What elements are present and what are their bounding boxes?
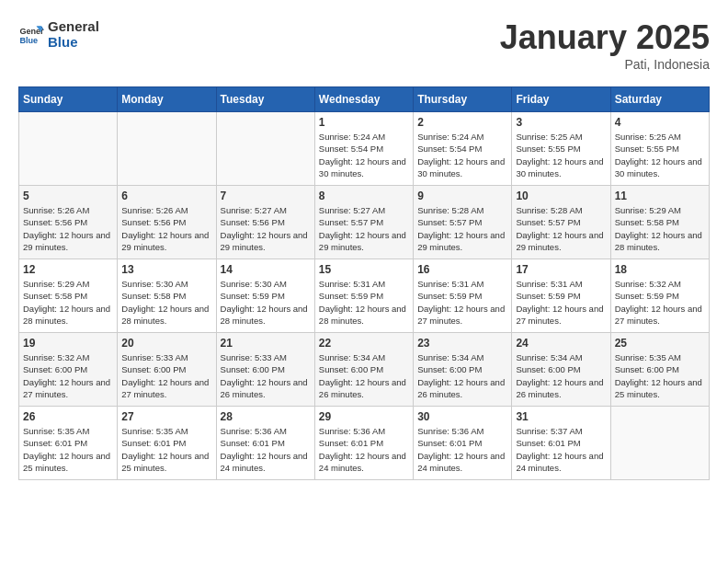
title-area: January 2025 Pati, Indonesia — [500, 18, 710, 72]
day-info: Sunrise: 5:32 AM Sunset: 6:00 PM Dayligh… — [23, 351, 113, 400]
day-info: Sunrise: 5:25 AM Sunset: 5:55 PM Dayligh… — [516, 131, 606, 179]
calendar-cell: 28Sunrise: 5:36 AM Sunset: 6:01 PM Dayli… — [216, 407, 314, 480]
calendar-cell: 5Sunrise: 5:26 AM Sunset: 5:56 PM Daylig… — [19, 186, 118, 259]
calendar-cell: 8Sunrise: 5:27 AM Sunset: 5:57 PM Daylig… — [314, 186, 413, 259]
day-info: Sunrise: 5:29 AM Sunset: 5:58 PM Dayligh… — [615, 204, 705, 253]
calendar-cell: 1Sunrise: 5:24 AM Sunset: 5:54 PM Daylig… — [314, 112, 413, 186]
calendar-cell: 20Sunrise: 5:33 AM Sunset: 6:00 PM Dayli… — [118, 333, 216, 407]
day-number: 20 — [121, 337, 211, 350]
day-number: 3 — [516, 116, 606, 129]
day-number: 13 — [121, 263, 211, 276]
day-number: 17 — [516, 263, 606, 276]
day-number: 16 — [417, 263, 507, 276]
day-info: Sunrise: 5:35 AM Sunset: 6:00 PM Dayligh… — [615, 351, 705, 400]
calendar-cell: 16Sunrise: 5:31 AM Sunset: 5:59 PM Dayli… — [414, 259, 512, 333]
day-info: Sunrise: 5:35 AM Sunset: 6:01 PM Dayligh… — [121, 425, 211, 474]
calendar-week-row: 12Sunrise: 5:29 AM Sunset: 5:58 PM Dayli… — [19, 259, 710, 333]
day-number: 6 — [121, 190, 211, 202]
calendar-cell: 11Sunrise: 5:29 AM Sunset: 5:58 PM Dayli… — [610, 186, 709, 259]
calendar-week-row: 19Sunrise: 5:32 AM Sunset: 6:00 PM Dayli… — [19, 333, 710, 407]
weekday-header-tuesday: Tuesday — [216, 87, 314, 112]
calendar-cell — [19, 112, 118, 186]
calendar-cell: 21Sunrise: 5:33 AM Sunset: 6:00 PM Dayli… — [216, 333, 314, 407]
calendar-cell: 30Sunrise: 5:36 AM Sunset: 6:01 PM Dayli… — [414, 407, 512, 480]
day-info: Sunrise: 5:31 AM Sunset: 5:59 PM Dayligh… — [319, 278, 409, 327]
calendar-table: SundayMondayTuesdayWednesdayThursdayFrid… — [18, 86, 710, 480]
day-number: 14 — [221, 263, 311, 276]
calendar-cell: 24Sunrise: 5:34 AM Sunset: 6:00 PM Dayli… — [512, 333, 610, 407]
weekday-header-saturday: Saturday — [610, 87, 709, 112]
calendar-cell — [118, 112, 216, 186]
day-number: 24 — [516, 337, 606, 350]
day-info: Sunrise: 5:36 AM Sunset: 6:01 PM Dayligh… — [417, 425, 507, 474]
calendar-cell: 17Sunrise: 5:31 AM Sunset: 5:59 PM Dayli… — [512, 259, 610, 333]
day-number: 1 — [319, 116, 409, 129]
day-number: 5 — [23, 190, 113, 202]
calendar-cell: 2Sunrise: 5:24 AM Sunset: 5:54 PM Daylig… — [414, 112, 512, 186]
day-info: Sunrise: 5:34 AM Sunset: 6:00 PM Dayligh… — [319, 351, 409, 400]
logo-icon: General Blue — [18, 21, 44, 47]
day-info: Sunrise: 5:28 AM Sunset: 5:57 PM Dayligh… — [417, 204, 507, 253]
day-info: Sunrise: 5:33 AM Sunset: 6:00 PM Dayligh… — [121, 351, 211, 400]
day-number: 15 — [319, 263, 409, 276]
calendar-cell — [610, 407, 709, 480]
calendar-week-row: 26Sunrise: 5:35 AM Sunset: 6:01 PM Dayli… — [19, 407, 710, 480]
calendar-cell: 4Sunrise: 5:25 AM Sunset: 5:55 PM Daylig… — [610, 112, 709, 186]
logo-general: General — [48, 18, 99, 34]
calendar-cell: 29Sunrise: 5:36 AM Sunset: 6:01 PM Dayli… — [314, 407, 413, 480]
day-info: Sunrise: 5:26 AM Sunset: 5:56 PM Dayligh… — [23, 204, 113, 253]
day-info: Sunrise: 5:30 AM Sunset: 5:59 PM Dayligh… — [221, 278, 311, 327]
day-number: 21 — [221, 337, 311, 350]
calendar-cell: 10Sunrise: 5:28 AM Sunset: 5:57 PM Dayli… — [512, 186, 610, 259]
page-header: General Blue General Blue January 2025 P… — [18, 18, 710, 72]
day-number: 7 — [221, 190, 311, 202]
day-info: Sunrise: 5:36 AM Sunset: 6:01 PM Dayligh… — [319, 425, 409, 474]
day-number: 2 — [417, 116, 507, 129]
calendar-cell: 25Sunrise: 5:35 AM Sunset: 6:00 PM Dayli… — [610, 333, 709, 407]
calendar-cell: 22Sunrise: 5:34 AM Sunset: 6:00 PM Dayli… — [314, 333, 413, 407]
day-number: 31 — [516, 410, 606, 423]
day-number: 4 — [615, 116, 705, 129]
month-title: January 2025 — [500, 18, 710, 57]
day-info: Sunrise: 5:36 AM Sunset: 6:01 PM Dayligh… — [221, 425, 311, 474]
calendar-cell: 26Sunrise: 5:35 AM Sunset: 6:01 PM Dayli… — [19, 407, 118, 480]
day-info: Sunrise: 5:24 AM Sunset: 5:54 PM Dayligh… — [417, 131, 507, 179]
day-info: Sunrise: 5:33 AM Sunset: 6:00 PM Dayligh… — [221, 351, 311, 400]
calendar-cell: 31Sunrise: 5:37 AM Sunset: 6:01 PM Dayli… — [512, 407, 610, 480]
calendar-week-row: 1Sunrise: 5:24 AM Sunset: 5:54 PM Daylig… — [19, 112, 710, 186]
day-info: Sunrise: 5:25 AM Sunset: 5:55 PM Dayligh… — [615, 131, 705, 179]
calendar-cell: 6Sunrise: 5:26 AM Sunset: 5:56 PM Daylig… — [118, 186, 216, 259]
day-number: 30 — [417, 410, 507, 423]
day-number: 11 — [615, 190, 705, 202]
weekday-header-thursday: Thursday — [414, 87, 512, 112]
day-info: Sunrise: 5:35 AM Sunset: 6:01 PM Dayligh… — [23, 425, 113, 474]
location: Pati, Indonesia — [500, 57, 710, 72]
calendar-week-row: 5Sunrise: 5:26 AM Sunset: 5:56 PM Daylig… — [19, 186, 710, 259]
day-number: 22 — [319, 337, 409, 350]
day-info: Sunrise: 5:31 AM Sunset: 5:59 PM Dayligh… — [516, 278, 606, 327]
day-info: Sunrise: 5:27 AM Sunset: 5:57 PM Dayligh… — [319, 204, 409, 253]
calendar-cell: 3Sunrise: 5:25 AM Sunset: 5:55 PM Daylig… — [512, 112, 610, 186]
day-number: 25 — [615, 337, 705, 350]
calendar-cell: 15Sunrise: 5:31 AM Sunset: 5:59 PM Dayli… — [314, 259, 413, 333]
day-info: Sunrise: 5:24 AM Sunset: 5:54 PM Dayligh… — [319, 131, 409, 179]
day-number: 27 — [121, 410, 211, 423]
weekday-header-friday: Friday — [512, 87, 610, 112]
day-number: 12 — [23, 263, 113, 276]
svg-text:Blue: Blue — [19, 36, 38, 45]
weekday-header-sunday: Sunday — [19, 87, 118, 112]
day-number: 18 — [615, 263, 705, 276]
day-info: Sunrise: 5:31 AM Sunset: 5:59 PM Dayligh… — [417, 278, 507, 327]
day-info: Sunrise: 5:30 AM Sunset: 5:58 PM Dayligh… — [121, 278, 211, 327]
weekday-header-wednesday: Wednesday — [314, 87, 413, 112]
calendar-cell: 12Sunrise: 5:29 AM Sunset: 5:58 PM Dayli… — [19, 259, 118, 333]
calendar-cell — [216, 112, 314, 186]
calendar-cell: 9Sunrise: 5:28 AM Sunset: 5:57 PM Daylig… — [414, 186, 512, 259]
day-number: 19 — [23, 337, 113, 350]
calendar-cell: 27Sunrise: 5:35 AM Sunset: 6:01 PM Dayli… — [118, 407, 216, 480]
day-info: Sunrise: 5:34 AM Sunset: 6:00 PM Dayligh… — [516, 351, 606, 400]
day-number: 10 — [516, 190, 606, 202]
day-info: Sunrise: 5:26 AM Sunset: 5:56 PM Dayligh… — [121, 204, 211, 253]
day-number: 9 — [417, 190, 507, 202]
logo-blue: Blue — [48, 34, 99, 50]
